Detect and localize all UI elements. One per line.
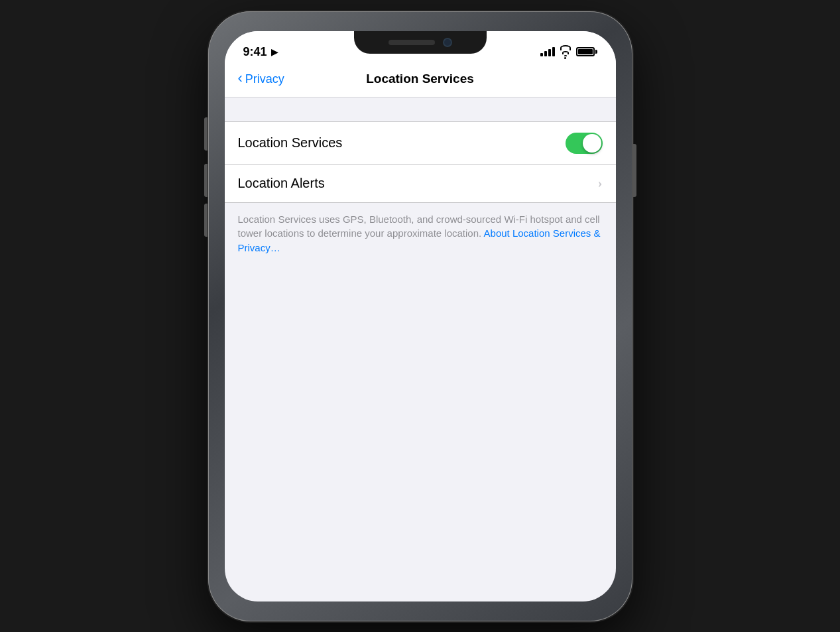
disclosure-chevron-icon: ›	[598, 176, 603, 191]
settings-content: Location Services Location Alerts › Loca…	[225, 97, 616, 269]
location-services-toggle[interactable]	[566, 133, 603, 154]
location-alerts-row[interactable]: Location Alerts ›	[225, 165, 616, 202]
notch	[354, 31, 487, 54]
location-arrow-icon: ▶	[271, 47, 278, 57]
signal-icon	[540, 47, 555, 56]
speaker	[389, 40, 435, 45]
wifi-icon	[560, 45, 571, 59]
back-chevron-icon: ‹	[238, 71, 243, 86]
phone-frame: 9:41 ▶	[208, 11, 632, 621]
camera	[443, 38, 452, 47]
page-title: Location Services	[366, 72, 474, 86]
location-alerts-label: Location Alerts	[238, 176, 325, 191]
location-services-row: Location Services	[225, 122, 616, 165]
toggle-thumb	[583, 134, 601, 153]
top-spacer	[225, 97, 616, 121]
status-icons	[540, 45, 597, 59]
nav-bar: ‹ Privacy Location Services	[225, 64, 616, 97]
status-time: 9:41 ▶	[243, 45, 278, 59]
footer-description: Location Services uses GPS, Bluetooth, a…	[225, 203, 616, 269]
back-button[interactable]: ‹ Privacy	[238, 72, 284, 86]
settings-group: Location Services Location Alerts ›	[225, 121, 616, 203]
back-label: Privacy	[245, 72, 284, 86]
battery-icon	[576, 47, 597, 56]
location-services-label: Location Services	[238, 135, 343, 151]
phone-screen: 9:41 ▶	[225, 31, 616, 601]
